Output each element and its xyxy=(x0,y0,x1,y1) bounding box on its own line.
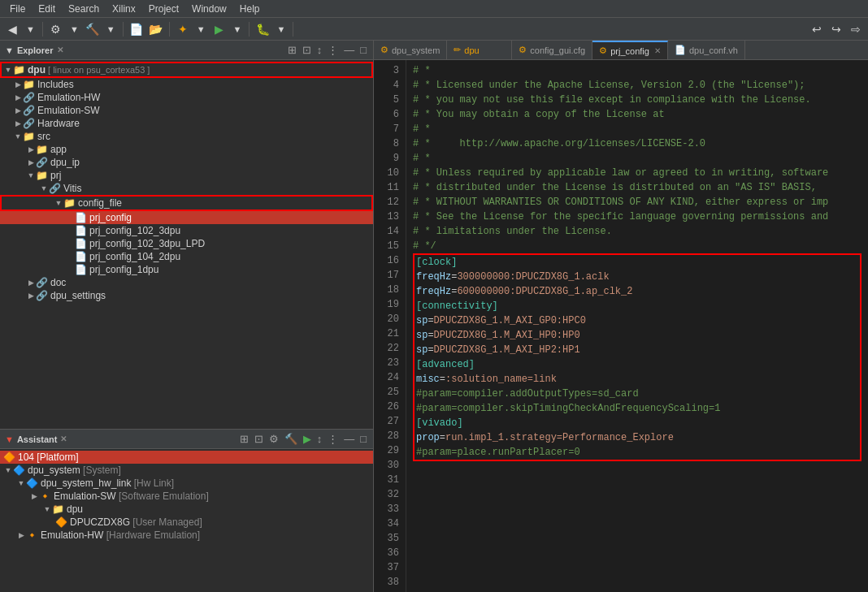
assistant-maximize-btn[interactable]: □ xyxy=(358,433,368,445)
tree-item-prj-config-104-2dpu[interactable]: ▶ 📄 prj_config_104_2dpu xyxy=(0,250,373,263)
assistant-icon-6[interactable]: ↕ xyxy=(315,433,324,445)
toolbar-back-btn[interactable]: ◀ xyxy=(3,20,21,38)
assistant-icon-2[interactable]: ⊡ xyxy=(253,433,265,445)
assistant-icon-4[interactable]: 🔨 xyxy=(283,433,299,445)
tree-item-prj-config-102-3dpu[interactable]: ▶ 📄 prj_config_102_3dpu xyxy=(0,224,373,237)
arrow-emulation-hw[interactable]: ▶ xyxy=(13,93,23,102)
tree-item-prj-config-1dpu[interactable]: ▶ 📄 prj_config_1dpu xyxy=(0,263,373,276)
arrow-asst-emulation-sw[interactable]: ▶ xyxy=(29,492,39,500)
explorer-close-icon[interactable]: ✕ xyxy=(57,45,63,54)
code-line-6: # * You may obtain a copy of the License… xyxy=(413,107,861,122)
explorer-icon-2[interactable]: ⊡ xyxy=(301,44,313,56)
arrow-asst-emulation-hw[interactable]: ▶ xyxy=(16,531,26,539)
toolbar-dropdown-5[interactable]: ▼ xyxy=(230,24,245,34)
arrow-app[interactable]: ▶ xyxy=(26,145,36,153)
menu-window[interactable]: Window xyxy=(185,2,233,16)
toolbar-forward-btn[interactable]: ⇨ xyxy=(847,20,865,38)
tab-prj-config-close[interactable]: ✕ xyxy=(654,46,661,55)
explorer-minimize-btn[interactable]: — xyxy=(342,44,356,56)
tree-item-prj[interactable]: ▼ 📁 prj xyxy=(0,169,373,182)
explorer-icon-3[interactable]: ↕ xyxy=(315,44,324,56)
tab-config-gui[interactable]: ⚙ config_gui.cfg xyxy=(512,41,592,59)
tree-item-dpu-settings[interactable]: ▶ 🔗 dpu_settings xyxy=(0,289,373,302)
arrow-includes[interactable]: ▶ xyxy=(13,80,23,89)
toolbar-dropdown-3[interactable]: ▼ xyxy=(103,24,119,34)
menu-help[interactable]: Help xyxy=(233,2,267,16)
arrow-hw-link[interactable]: ▼ xyxy=(16,479,26,487)
arrow-hardware[interactable]: ▶ xyxy=(13,119,23,127)
tree-item-prj-config[interactable]: ▶ 📄 prj_config xyxy=(0,211,373,224)
tab-prj-config[interactable]: ⚙ prj_config ✕ xyxy=(592,41,668,59)
menu-edit[interactable]: Edit xyxy=(32,2,62,16)
tree-item-dpu-ip[interactable]: ▶ 🔗 dpu_ip xyxy=(0,156,373,169)
assistant-icon-5[interactable]: ▶ xyxy=(302,433,313,445)
toolbar-open-btn[interactable]: 📂 xyxy=(147,20,165,38)
toolbar-dropdown-6[interactable]: ▼ xyxy=(273,24,289,34)
toolbar-undo-btn[interactable]: ↩ xyxy=(808,20,826,38)
tree-item-vitis[interactable]: ▼ 🔗 Vitis xyxy=(0,182,373,195)
toolbar-build-btn[interactable]: 🔨 xyxy=(84,20,102,38)
arrow-emulation-sw[interactable]: ▶ xyxy=(13,106,23,115)
toolbar-redo-btn[interactable]: ↪ xyxy=(827,20,845,38)
code-line-36: [vivado] xyxy=(413,416,861,430)
arrow-src[interactable]: ▼ xyxy=(13,132,23,140)
arrow-doc[interactable]: ▶ xyxy=(26,279,36,287)
assistant-item-emulation-sw[interactable]: ▶ 🔸 Emulation-SW [Software Emulation] xyxy=(0,490,373,503)
menu-file[interactable]: File xyxy=(3,2,32,16)
toolbar-dropdown-2[interactable]: ▼ xyxy=(67,24,82,34)
label-asst-emulation-hw: Emulation-HW [Hardware Emulation] xyxy=(41,529,200,541)
assistant-icon-1[interactable]: ⊞ xyxy=(238,433,250,445)
toolbar-xilinx-btn[interactable]: ✦ xyxy=(174,20,192,38)
tree-item-src[interactable]: ▼ 📁 src xyxy=(0,130,373,143)
menu-search[interactable]: Search xyxy=(62,2,106,16)
toolbar-dropdown-1[interactable]: ▼ xyxy=(23,24,38,34)
tab-dpu[interactable]: ✏ dpu xyxy=(447,41,512,59)
tree-item-emulation-sw[interactable]: ▶ 🔗 Emulation-SW xyxy=(0,104,373,117)
arrow-dpu-system[interactable]: ▼ xyxy=(3,466,13,474)
tab-dpu-conf-vh[interactable]: 📄 dpu_conf.vh xyxy=(668,41,745,59)
icon-app: 📁 xyxy=(36,144,48,155)
explorer-icon-1[interactable]: ⊞ xyxy=(286,44,298,56)
toolbar-run-btn[interactable]: ▶ xyxy=(210,20,228,38)
arrow-config-file[interactable]: ▼ xyxy=(54,199,63,207)
tab-dpu-system[interactable]: ⚙ dpu_system xyxy=(374,41,447,59)
assistant-icon-7[interactable]: ⋮ xyxy=(326,433,340,445)
arrow-dpu[interactable]: ▼ xyxy=(3,66,13,74)
assistant-close-icon[interactable]: ✕ xyxy=(60,434,67,443)
menu-project[interactable]: Project xyxy=(142,2,185,16)
tab-dpu-system-label: dpu_system xyxy=(392,45,440,55)
code-line-4: # * Licensed under the Apache License, V… xyxy=(413,78,861,93)
assistant-item-emulation-hw[interactable]: ▶ 🔸 Emulation-HW [Hardware Emulation] xyxy=(0,529,373,542)
line-number-3: 3 xyxy=(380,63,399,78)
tree-item-prj-config-102-3dpu-lpd[interactable]: ▶ 📄 prj_config_102_3dpu_LPD xyxy=(0,237,373,250)
explorer-icon-4[interactable]: ⋮ xyxy=(326,44,340,56)
tree-item-emulation-hw[interactable]: ▶ 🔗 Emulation-HW xyxy=(0,91,373,104)
assistant-item-hw-link[interactable]: ▼ 🔷 dpu_system_hw_link [Hw Link] xyxy=(0,477,373,490)
arrow-prj[interactable]: ▼ xyxy=(26,171,36,179)
toolbar-dropdown-4[interactable]: ▼ xyxy=(193,24,209,34)
assistant-icon-3[interactable]: ⚙ xyxy=(267,433,280,445)
assistant-panel-icons: ⊞ ⊡ ⚙ 🔨 ▶ ↕ ⋮ — □ xyxy=(238,433,368,445)
code-area[interactable]: # *# * Licensed under the Apache License… xyxy=(406,60,868,592)
arrow-vitis[interactable]: ▼ xyxy=(39,184,49,192)
assistant-item-dpu-system[interactable]: ▼ 🔷 dpu_system [System] xyxy=(0,464,373,477)
menu-xilinx[interactable]: Xilinx xyxy=(106,2,142,16)
label-src: src xyxy=(37,131,50,142)
assistant-item-dpuczdx8g[interactable]: 🔶 DPUCZDX8G [User Managed] xyxy=(0,516,373,529)
tree-item-app[interactable]: ▶ 📁 app xyxy=(0,143,373,156)
tree-item-dpu[interactable]: ▼ 📁 dpu [ linux on psu_cortexa53 ] xyxy=(0,62,373,78)
assistant-item-104[interactable]: 🔶 104 [Platform] xyxy=(0,451,373,464)
toolbar-settings-btn[interactable]: ⚙ xyxy=(47,20,65,38)
tree-item-config-file[interactable]: ▼ 📁 config_file xyxy=(0,195,373,211)
tree-item-includes[interactable]: ▶ 📁 Includes xyxy=(0,78,373,91)
arrow-dpu-ip[interactable]: ▶ xyxy=(26,158,36,166)
toolbar-new-btn[interactable]: 📄 xyxy=(128,20,145,38)
toolbar-debug-btn[interactable]: 🐛 xyxy=(254,20,271,38)
arrow-asst-dpu[interactable]: ▼ xyxy=(42,505,52,513)
explorer-maximize-btn[interactable]: □ xyxy=(358,44,368,56)
assistant-minimize-btn[interactable]: — xyxy=(342,433,356,445)
arrow-dpu-settings[interactable]: ▶ xyxy=(26,292,36,300)
tree-item-hardware[interactable]: ▶ 🔗 Hardware xyxy=(0,117,373,130)
tree-item-doc[interactable]: ▶ 🔗 doc xyxy=(0,276,373,289)
assistant-item-dpu[interactable]: ▼ 📁 dpu xyxy=(0,503,373,516)
